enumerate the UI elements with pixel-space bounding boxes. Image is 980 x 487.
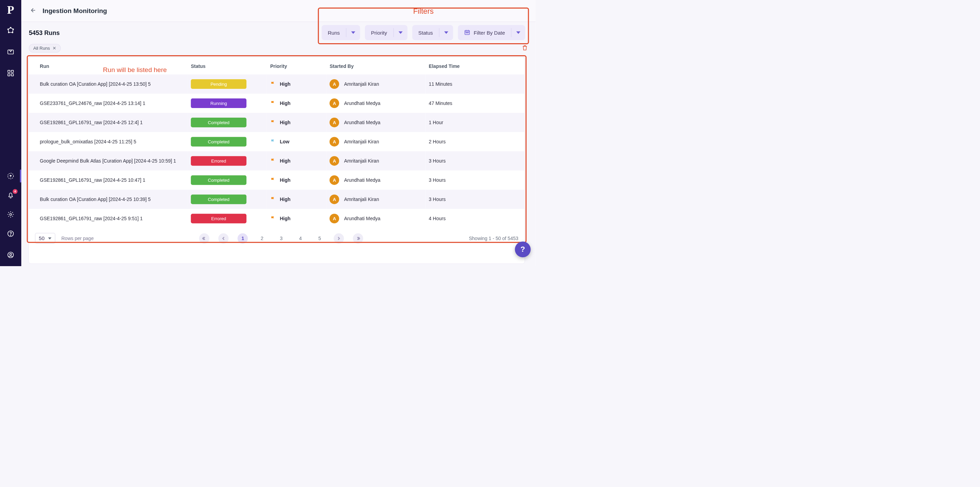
- table-row[interactable]: GSE192861_GPL16791_raw [2024-4-25 10:47]…: [29, 170, 525, 190]
- cell-status: Completed: [187, 113, 267, 132]
- cell-started-by: AArundhati Medya: [326, 209, 425, 228]
- cell-priority: High: [267, 170, 326, 190]
- polygon-nav-icon[interactable]: [6, 26, 15, 35]
- col-status[interactable]: Status: [187, 57, 267, 75]
- cell-priority: High: [267, 190, 326, 209]
- page-last-button[interactable]: [353, 233, 363, 243]
- svg-rect-6: [8, 70, 10, 72]
- page-1-button[interactable]: 1: [238, 233, 248, 243]
- close-icon[interactable]: ✕: [52, 46, 56, 51]
- status-badge: Completed: [191, 137, 247, 146]
- col-priority[interactable]: Priority: [267, 57, 326, 75]
- user-name: Amritanjali Kiran: [344, 81, 379, 87]
- flag-icon: [270, 119, 275, 126]
- user-name: Arundhati Medya: [344, 100, 380, 106]
- apps-nav-icon[interactable]: [6, 68, 15, 78]
- chevron-down-icon: [439, 30, 453, 35]
- priority-label: High: [280, 120, 290, 125]
- ingestion-nav-icon[interactable]: [6, 171, 15, 181]
- cell-status: Errored: [187, 209, 267, 228]
- runs-count: 5453 Runs: [29, 30, 60, 37]
- flag-icon: [270, 158, 275, 164]
- cell-priority: High: [267, 113, 326, 132]
- page-next-button[interactable]: [334, 233, 344, 243]
- svg-rect-9: [11, 74, 13, 76]
- calendar-icon: [464, 29, 471, 36]
- user-name: Arundhati Medya: [344, 177, 380, 183]
- table-row[interactable]: Bulk curation OA [Curation App] [2024-4-…: [29, 75, 525, 94]
- flag-icon: [270, 138, 275, 145]
- notifications-nav-icon[interactable]: 4: [6, 191, 15, 200]
- svg-rect-8: [8, 74, 10, 76]
- cell-priority: High: [267, 151, 326, 170]
- cell-elapsed: 4 Hours: [425, 209, 525, 228]
- pagination: 50 Rows per page 1 2 3 4 5: [29, 228, 525, 248]
- settings-nav-icon[interactable]: [6, 210, 15, 219]
- page-3-button[interactable]: 3: [276, 233, 286, 243]
- user-name: Amritanjali Kiran: [344, 197, 379, 202]
- page-5-button[interactable]: 5: [315, 233, 325, 243]
- back-button[interactable]: [29, 6, 37, 16]
- cell-status: Completed: [187, 190, 267, 209]
- account-nav-icon[interactable]: [6, 251, 15, 259]
- svg-point-13: [10, 235, 11, 235]
- app-logo[interactable]: P: [7, 0, 14, 26]
- col-elapsed[interactable]: Elapsed Time: [425, 57, 525, 75]
- cell-run: prologue_bulk_omixatlas [2024-4-25 11:25…: [29, 132, 187, 151]
- svg-point-15: [10, 254, 12, 255]
- chevron-down-icon: [346, 30, 360, 35]
- svg-point-11: [10, 213, 12, 216]
- flag-icon: [270, 196, 275, 203]
- rows-per-page-label: Rows per page: [61, 236, 94, 241]
- user-name: Arundhati Medya: [344, 216, 380, 221]
- col-started-by[interactable]: Started By: [326, 57, 425, 75]
- help-fab[interactable]: ?: [515, 241, 531, 257]
- filter-priority[interactable]: Priority: [365, 25, 407, 40]
- cell-started-by: AArundhati Medya: [326, 113, 425, 132]
- user-name: Amritanjali Kiran: [344, 139, 379, 144]
- col-run[interactable]: Run: [29, 57, 187, 75]
- table-row[interactable]: prologue_bulk_omixatlas [2024-4-25 11:25…: [29, 132, 525, 151]
- filter-chip-all-runs[interactable]: All Runs ✕: [29, 44, 61, 52]
- sidebar: P 4: [0, 0, 21, 266]
- page-4-button[interactable]: 4: [296, 233, 306, 243]
- clear-filters-button[interactable]: [522, 44, 528, 52]
- priority-label: High: [280, 197, 290, 202]
- cell-elapsed: 3 Hours: [425, 190, 525, 209]
- flag-icon: [270, 216, 275, 222]
- rows-per-page-select[interactable]: 50: [35, 233, 55, 243]
- filter-status[interactable]: Status: [412, 25, 453, 40]
- inbox-nav-icon[interactable]: [6, 47, 15, 56]
- help-nav-icon[interactable]: [6, 229, 15, 238]
- flag-icon: [270, 100, 275, 107]
- cell-started-by: AAmritanjali Kiran: [326, 132, 425, 151]
- page-first-button[interactable]: [199, 233, 210, 243]
- status-badge: Completed: [191, 194, 247, 204]
- cell-run: GSE192861_GPL16791_raw [2024-4-25 12:4] …: [29, 113, 187, 132]
- table-row[interactable]: GSE233761_GPL24676_raw [2024-4-25 13:14]…: [29, 94, 525, 113]
- cell-priority: Low: [267, 132, 326, 151]
- cell-started-by: AAmritanjali Kiran: [326, 190, 425, 209]
- chevron-down-icon: [394, 30, 407, 35]
- avatar: A: [330, 194, 339, 204]
- page-prev-button[interactable]: [219, 233, 229, 243]
- filter-runs[interactable]: Runs: [321, 25, 360, 40]
- status-badge: Errored: [191, 156, 247, 166]
- table-row[interactable]: GSE192861_GPL16791_raw [2024-4-25 12:4] …: [29, 113, 525, 132]
- cell-elapsed: 3 Hours: [425, 151, 525, 170]
- cell-priority: High: [267, 94, 326, 113]
- status-badge: Pending: [191, 79, 247, 89]
- filter-status-label: Status: [412, 30, 439, 36]
- table-row[interactable]: Google Deepmind Bulk Atlas [Curation App…: [29, 151, 525, 170]
- priority-label: High: [280, 81, 290, 87]
- table-row[interactable]: GSE192861_GPL16791_raw [2024-4-25 9:51] …: [29, 209, 525, 228]
- cell-elapsed: 11 Minutes: [425, 75, 525, 94]
- filter-runs-label: Runs: [321, 30, 346, 36]
- cell-run: GSE192861_GPL16791_raw [2024-4-25 10:47]…: [29, 170, 187, 190]
- priority-label: High: [280, 158, 290, 163]
- table-row[interactable]: Bulk curation OA [Curation App] [2024-4-…: [29, 190, 525, 209]
- filter-date[interactable]: Filter By Date: [458, 25, 525, 40]
- avatar: A: [330, 117, 339, 127]
- page-title: Ingestion Monitoring: [43, 7, 107, 15]
- page-2-button[interactable]: 2: [257, 233, 267, 243]
